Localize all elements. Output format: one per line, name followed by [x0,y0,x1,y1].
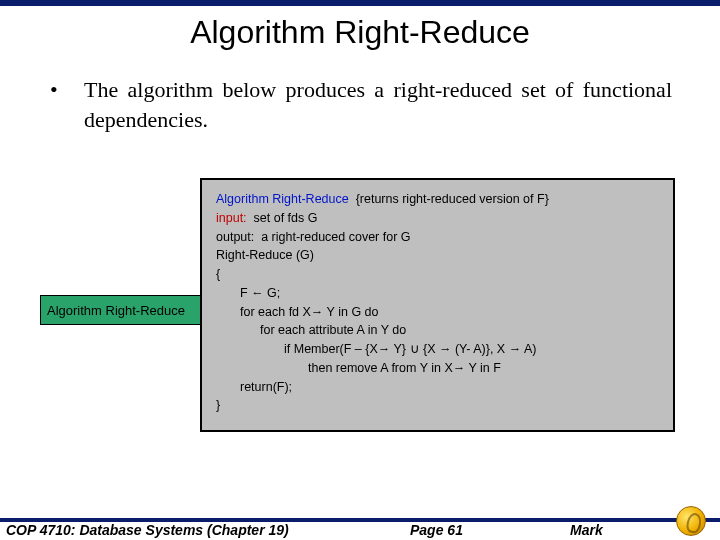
algo-comment: {returns right-reduced version of F} [349,192,549,206]
algo-name: Algorithm Right-Reduce [216,192,349,206]
algo-input-text: set of fds G [247,211,318,225]
algo-line-5: then remove A from Y in X→ Y in F [216,359,661,378]
ucf-logo-icon [676,506,706,536]
algo-line-6: return(F); [216,378,661,397]
bullet-block: • The algorithm below produces a right-r… [48,75,672,134]
algo-header-line: Algorithm Right-Reduce {returns right-re… [216,190,661,209]
algorithm-label-box: Algorithm Right-Reduce [40,295,210,325]
algo-line-3: for each attribute A in Y do [216,321,661,340]
algo-line-2: for each fd X→ Y in G do [216,303,661,322]
algorithm-area: Algorithm Right-Reduce Algorithm Right-R… [40,160,680,460]
footer-page: Page 61 [410,522,570,538]
bullet-text: The algorithm below produces a right-red… [84,75,672,134]
algo-open-brace: { [216,265,661,284]
algo-line-1: F ← G; [216,284,661,303]
slide-title: Algorithm Right-Reduce [0,14,720,51]
footer-course: COP 4710: Database Systems (Chapter 19) [0,522,410,538]
footer-author: Mark [570,522,603,538]
algo-input-line: input: set of fds G [216,209,661,228]
top-accent-bar [0,0,720,6]
algorithm-code-box: Algorithm Right-Reduce {returns right-re… [200,178,675,432]
algo-close-brace: } [216,396,661,415]
algo-call-line: Right-Reduce (G) [216,246,661,265]
algo-output-line: output: a right-reduced cover for G [216,228,661,247]
algo-line-4: if Member(F – {X→ Y} ∪ {X → (Y- A)}, X →… [216,340,661,359]
algo-input-label: input: [216,211,247,225]
algorithm-label-text: Algorithm Right-Reduce [47,303,185,318]
bullet-marker: • [48,75,84,134]
footer: COP 4710: Database Systems (Chapter 19) … [0,522,720,540]
